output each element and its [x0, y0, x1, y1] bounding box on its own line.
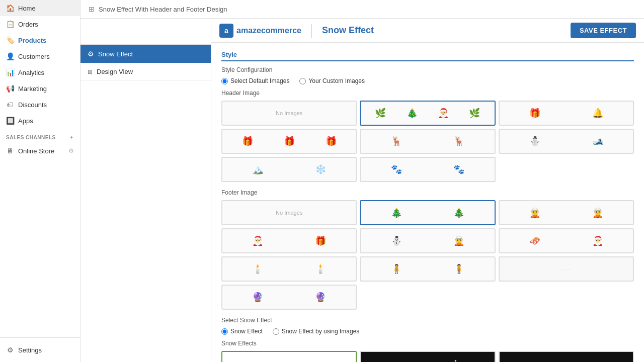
footer-image-grid: No Images 🎄 🎄 🧝 🧝 [221, 200, 634, 310]
footer-img-7[interactable]: 🧍 🧍 [360, 256, 495, 282]
sidebar: 🏠 Home 📋 Orders 🏷️ Products 👤 Customers … [0, 0, 80, 362]
discounts-icon: 🏷 [6, 101, 14, 109]
analytics-icon: 📊 [6, 68, 14, 76]
home-icon: 🏠 [6, 4, 14, 12]
footer-img-0[interactable]: No Images [221, 200, 357, 225]
sidebar-item-label: Discounts [18, 101, 47, 109]
sidebar-item-home[interactable]: 🏠 Home [0, 0, 80, 16]
style-section-title: Style [221, 51, 634, 61]
add-sales-channel-icon[interactable]: ＋ [69, 134, 74, 141]
footer-img-6[interactable]: 🕯️ 🕯️ [221, 256, 357, 282]
sidebar-item-analytics[interactable]: 📊 Analytics [0, 64, 80, 80]
footer-img-8[interactable]: · · · [499, 256, 634, 282]
footer-img-9[interactable]: 🔮 🔮 [221, 285, 357, 310]
footer-img-1[interactable]: 🎄 🎄 [360, 200, 495, 225]
sidebar-item-label: Marketing [18, 85, 47, 93]
sidebar-item-label: Customers [18, 53, 50, 60]
marketing-icon: 📢 [6, 84, 14, 93]
apps-icon: 🔲 [6, 117, 14, 125]
footer-img-4[interactable]: ⛄ 🧝 [360, 228, 495, 253]
top-bar [80, 19, 211, 45]
sidebar-item-products[interactable]: 🏷️ Products [0, 32, 80, 48]
header-img-1[interactable]: 🌿 🎄 🎅 🌿 [360, 101, 495, 126]
header-img-6[interactable]: 🏔️ ❄️ [221, 157, 357, 182]
sidebar-item-label: Online Store [18, 147, 54, 155]
products-icon: 🏷️ [6, 36, 14, 44]
radio-snow-effect[interactable]: Snow Effect [221, 328, 263, 335]
online-store-icon: 🖥 [6, 147, 14, 155]
breadcrumb-text: Snow Effect With Header and Footer Desig… [99, 6, 227, 13]
sidebar-item-label: Products [18, 37, 46, 44]
main-area: ⊞ Snow Effect With Header and Footer Des… [80, 0, 644, 362]
radio-snow-images[interactable]: Snow Effect by using Images [273, 328, 360, 335]
snow-effect-nav-icon: ⚙ [88, 50, 94, 58]
sidebar-nav: 🏠 Home 📋 Orders 🏷️ Products 👤 Customers … [0, 0, 80, 337]
header-img-0[interactable]: No Images [221, 101, 357, 126]
sidebar-item-label: Analytics [18, 69, 44, 76]
sidebar-item-online-store[interactable]: 🖥 Online Store ⚙ [0, 143, 80, 159]
snow-effect-nav-label: Snow Effect [98, 50, 133, 58]
sales-channels-label: SALES CHANNELS ＋ [0, 129, 80, 143]
footer-image-label: Footer Image [221, 189, 634, 196]
sidebar-item-marketing[interactable]: 📢 Marketing [0, 80, 80, 97]
sidebar-item-settings[interactable]: ⚙ Settings [6, 343, 74, 357]
left-panel: ⚙ Snow Effect ⊞ Design View [80, 19, 211, 362]
logo-area: a amazecommerce Snow Effect [219, 24, 374, 38]
radio-row-style: Select Default Images Your Custom Images [221, 77, 634, 84]
header-img-3[interactable]: 🎁 🎁 🎁 [221, 129, 357, 154]
footer-img-2[interactable]: 🧝 🧝 [499, 200, 634, 225]
sidebar-item-label: Home [18, 5, 36, 12]
content-area: ⚙ Snow Effect ⊞ Design View a amazecomme… [80, 19, 644, 362]
sidebar-item-customers[interactable]: 👤 Customers [0, 48, 80, 64]
orders-icon: 📋 [6, 20, 14, 28]
sidebar-item-label: Settings [18, 346, 42, 354]
footer-img-3[interactable]: 🎅 🎁 [221, 228, 357, 253]
radio-custom-images[interactable]: Your Custom Images [299, 77, 365, 84]
logo-save-bar: a amazecommerce Snow Effect SAVE EFFECT [211, 19, 644, 43]
sidebar-item-label: Apps [18, 117, 33, 125]
config-label: Style Configuration [221, 66, 634, 73]
sidebar-item-apps[interactable]: 🔲 Apps [0, 113, 80, 129]
snow-radio-row: Snow Effect Snow Effect by using Images [221, 328, 634, 335]
sidebar-item-label: Orders [18, 21, 38, 28]
header-img-2[interactable]: 🎁 🔔 [499, 101, 634, 126]
snow-effects-section: Snow Effects No Effect ● ● ● [221, 340, 634, 362]
breadcrumb-icon: ⊞ [89, 5, 95, 13]
right-wrapper: a amazecommerce Snow Effect SAVE EFFECT … [211, 19, 644, 362]
breadcrumb-bar: ⊞ Snow Effect With Header and Footer Des… [80, 0, 644, 19]
logo-text: amazecommerce [236, 26, 301, 35]
header-image-grid: No Images 🌿 🎄 🎅 🌿 � [221, 101, 634, 182]
snow-effects-label: Snow Effects [221, 340, 634, 347]
select-snow-label: Select Snow Effect [221, 317, 634, 324]
snow-cell-2[interactable]: ● ● ● ● [499, 351, 634, 362]
logo-box: a amazecommerce [219, 24, 301, 38]
right-content: Style Style Configuration Select Default… [211, 43, 644, 362]
save-effect-button[interactable]: SAVE EFFECT [571, 23, 636, 38]
logo-divider [311, 24, 312, 38]
snow-effect-nav-item[interactable]: ⚙ Snow Effect [80, 45, 211, 63]
snow-effects-grid: No Effect ● ● ● ● [221, 351, 634, 362]
select-snow-section: Select Snow Effect Snow Effect Snow Effe… [221, 317, 634, 335]
sidebar-item-orders[interactable]: 📋 Orders [0, 16, 80, 32]
design-view-nav-item[interactable]: ⊞ Design View [80, 63, 211, 81]
header-img-5[interactable]: ⛄ 🎿 [499, 129, 634, 154]
snow-effect-heading: Snow Effect [322, 25, 374, 36]
right-inner: Style Style Configuration Select Default… [211, 43, 644, 362]
header-img-4[interactable]: 🦌 🦌 [360, 129, 495, 154]
settings-icon: ⚙ [6, 346, 14, 354]
online-store-settings-icon[interactable]: ⚙ [68, 147, 74, 154]
customers-icon: 👤 [6, 52, 14, 60]
header-img-7[interactable]: 🐾 🐾 [360, 157, 495, 182]
design-view-label: Design View [97, 68, 133, 75]
sidebar-bottom: ⚙ Settings [0, 337, 80, 362]
snow-cell-no-effect[interactable]: No Effect [221, 351, 357, 362]
snow-cell-1[interactable]: ● ● ● [360, 351, 495, 362]
radio-default-images[interactable]: Select Default Images [221, 77, 289, 84]
sidebar-item-discounts[interactable]: 🏷 Discounts [0, 97, 80, 113]
logo-icon: a [219, 24, 233, 38]
design-view-icon: ⊞ [88, 68, 93, 75]
footer-img-5[interactable]: 🛷 🎅 [499, 228, 634, 253]
header-image-label: Header Image [221, 89, 634, 97]
